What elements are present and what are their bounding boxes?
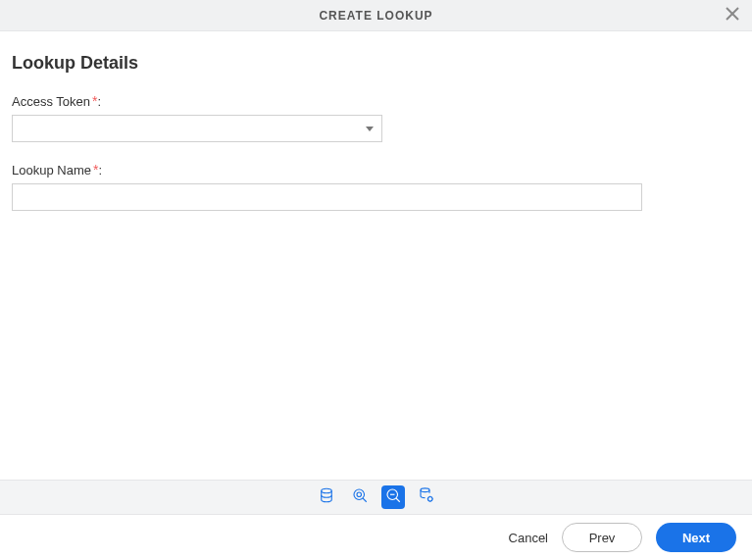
chevron-down-icon (366, 127, 374, 131)
svg-point-9 (421, 488, 429, 492)
step-config[interactable] (348, 485, 372, 509)
step-lookup-details[interactable] (381, 485, 405, 509)
lookup-name-label-row: Lookup Name * : (12, 162, 740, 178)
lookup-name-input[interactable] (12, 183, 642, 211)
database-gear-icon (418, 486, 435, 508)
access-token-colon: : (97, 94, 101, 109)
cancel-button[interactable]: Cancel (509, 531, 548, 545)
access-token-label-row: Access Token * : (12, 93, 740, 109)
modal-title: CREATE LOOKUP (319, 9, 432, 23)
gear-search-icon (351, 486, 369, 508)
modal-header: CREATE LOOKUP (0, 0, 752, 31)
lookup-name-label: Lookup Name (12, 163, 91, 178)
wizard-step-strip (0, 480, 752, 515)
access-token-label: Access Token (12, 94, 90, 109)
modal-body: Lookup Details Access Token * : Lookup N… (0, 31, 752, 480)
close-button[interactable] (721, 4, 744, 27)
database-icon (318, 486, 335, 508)
close-icon (726, 7, 739, 25)
section-title: Lookup Details (12, 53, 740, 74)
svg-point-4 (354, 489, 365, 500)
action-row: Cancel Prev Next (0, 515, 752, 560)
svg-point-3 (357, 492, 362, 497)
svg-point-2 (321, 488, 331, 493)
step-target[interactable] (415, 485, 438, 509)
svg-line-5 (363, 498, 367, 502)
access-token-select[interactable] (12, 115, 382, 142)
modal-footer: Cancel Prev Next (0, 480, 752, 560)
prev-button[interactable]: Prev (562, 523, 642, 552)
magnify-minus-icon (384, 486, 402, 508)
lookup-name-colon: : (98, 163, 102, 178)
svg-line-8 (396, 498, 400, 502)
step-source[interactable] (315, 485, 338, 509)
next-button[interactable]: Next (656, 523, 736, 552)
